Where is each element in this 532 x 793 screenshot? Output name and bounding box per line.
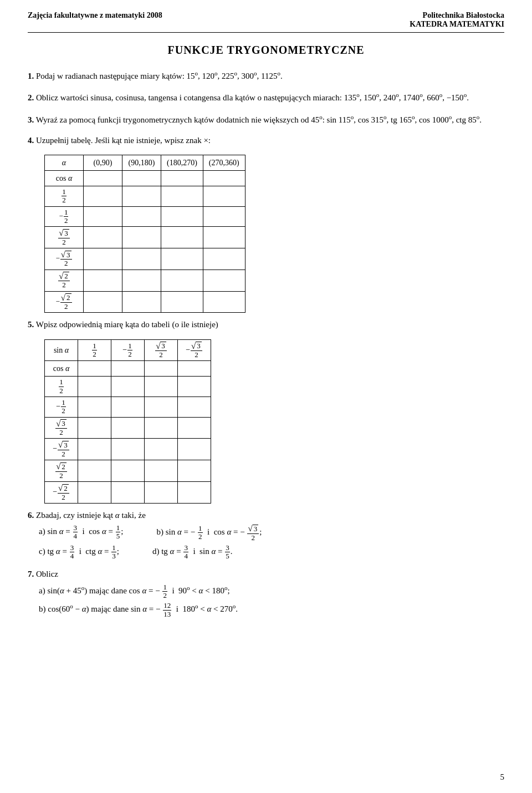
table-5-wrap: sin α 12 −12 √3 2 − (44, 339, 504, 504)
table4-row2-col1 (84, 206, 122, 227)
table4-row1-label: 12 (45, 186, 84, 207)
page-number: 5 (500, 772, 505, 782)
table4-row3-col4 (203, 227, 245, 248)
table5-row6-col4 (178, 482, 211, 504)
table4-cos-empty3 (161, 171, 203, 186)
table4-row1-col2 (122, 186, 161, 207)
table4-row3-col2 (122, 227, 161, 248)
table5-row2-col2 (111, 397, 145, 418)
problem-7a: a) sin(α + 45o) mając dane cos α = − 12 … (39, 583, 504, 600)
header-left: Zajęcia fakultatywne z matematyki 2008 (28, 11, 162, 20)
header-university: Politechnika Białostocka (410, 11, 504, 20)
table5-cos-empty4 (178, 361, 211, 377)
table5-row3-label: √3 2 (45, 417, 78, 439)
table5-header-col2: −12 (111, 339, 145, 361)
table5-row2-col3 (145, 397, 178, 418)
problem-6a: a) sin α = 34 i cos α = 15; (39, 524, 123, 542)
table4-header-col3: (180,270) (161, 155, 203, 171)
table-4: α (0,90) (90,180) (180,270) (270,360) co… (44, 155, 245, 313)
problem-6-header: 6. Zbadaj, czy istnieje kąt α taki, że (28, 509, 504, 522)
table4-row1-col4 (203, 186, 245, 207)
table-row: −12 (45, 206, 245, 227)
table4-cos-empty1 (84, 171, 122, 186)
table4-header-cos: cos α (45, 171, 84, 186)
table5-row5-label: √2 2 (45, 460, 78, 482)
table5-cos-empty3 (145, 361, 178, 377)
table4-header-col2: (90,180) (122, 155, 161, 171)
table4-row5-col2 (122, 270, 161, 291)
table4-row2-col2 (122, 206, 161, 227)
table5-row3-col3 (145, 417, 178, 439)
table5-header-col3: √3 2 (145, 339, 178, 361)
table-row: √3 2 (45, 227, 245, 248)
table-row: − √2 2 (45, 291, 245, 313)
problem-6d: d) tg α = 34 i sin α = 35. (152, 544, 233, 561)
problem-6-items: a) sin α = 34 i cos α = 15; b) sin α = −… (39, 524, 504, 542)
page: Zajęcia fakultatywne z matematyki 2008 P… (0, 0, 532, 793)
table5-cos-empty2 (111, 361, 145, 377)
table5-header-col4: − √3 2 (178, 339, 211, 361)
table4-row2-col3 (161, 206, 203, 227)
table-row: − √3 2 (45, 248, 245, 270)
problem-7-num: 7. (28, 570, 34, 578)
table5-row3-col2 (111, 417, 145, 439)
table-row: −12 (45, 397, 211, 418)
table-row: √3 2 (45, 417, 211, 439)
table5-row6-col3 (145, 482, 178, 504)
table4-header-col1: (0,90) (84, 155, 122, 171)
header-right: Politechnika Białostocka KATEDRA MATEMAT… (410, 11, 504, 29)
table5-header-col1: 12 (78, 339, 111, 361)
table5-row5-col4 (178, 460, 211, 482)
table5-row2-col4 (178, 397, 211, 418)
table4-row3-col1 (84, 227, 122, 248)
problem-2-num: 2. (28, 93, 34, 102)
table4-cos-empty4 (203, 171, 245, 186)
table4-row4-col2 (122, 248, 161, 270)
table-row: − √3 2 (45, 439, 211, 460)
table5-row3-col1 (78, 417, 111, 439)
table5-row6-col1 (78, 482, 111, 504)
table4-row1-col1 (84, 186, 122, 207)
table-row: 12 (45, 186, 245, 207)
table-row: √2 2 (45, 460, 211, 482)
problem-5: 5. Wpisz odpowiednią miarę kąta do tabel… (28, 318, 504, 331)
table4-row1-col3 (161, 186, 203, 207)
table-row: − √2 2 (45, 482, 211, 504)
table4-row6-col4 (203, 291, 245, 313)
table-4-wrap: α (0,90) (90,180) (180,270) (270,360) co… (44, 155, 504, 313)
table4-row5-col3 (161, 270, 203, 291)
problem-6: 6. Zbadaj, czy istnieje kąt α taki, że a… (28, 509, 504, 561)
problem-4: 4. Uzupełnij tabelę. Jeśli kąt nie istni… (28, 134, 504, 147)
table4-row2-col4 (203, 206, 245, 227)
table4-row4-col1 (84, 248, 122, 270)
table5-row4-label: − √3 2 (45, 439, 78, 460)
table5-header-cos: cos α (45, 361, 78, 377)
table4-row6-col3 (161, 291, 203, 313)
table4-row5-label: √2 2 (45, 270, 84, 291)
table4-row2-label: −12 (45, 206, 84, 227)
page-title: FUNKCJE TRYGONOMETRYCZNE (28, 44, 504, 57)
table4-row5-col4 (203, 270, 245, 291)
table4-row4-label: − √3 2 (45, 248, 84, 270)
problem-6c: c) tg α = 34 i ctg α = 13; (39, 544, 119, 561)
table4-header-col4: (270,360) (203, 155, 245, 171)
table5-row1-col3 (145, 377, 178, 397)
table5-row5-col2 (111, 460, 145, 482)
table-row: √2 2 (45, 270, 245, 291)
header-department: KATEDRA MATEMATYKI (410, 20, 504, 29)
table5-row4-col2 (111, 439, 145, 460)
problem-6-items2: c) tg α = 34 i ctg α = 13; d) tg α = 34 … (39, 544, 504, 561)
problem-2: 2. Oblicz wartości sinusa, cosinusa, tan… (28, 90, 504, 104)
table5-row4-col1 (78, 439, 111, 460)
table4-cos-empty2 (122, 171, 161, 186)
table-5: sin α 12 −12 √3 2 − (44, 339, 211, 504)
problem-6b: b) sin α = − 12 i cos α = − √3 2 ; (156, 524, 262, 542)
page-header: Zajęcia fakultatywne z matematyki 2008 P… (28, 11, 504, 33)
table-row: 12 (45, 377, 211, 397)
table4-row3-col3 (161, 227, 203, 248)
problem-3: 3. Wyraź za pomocą funkcji trygonometryc… (28, 113, 504, 126)
table5-row5-col3 (145, 460, 178, 482)
problem-4-num: 4. (28, 136, 34, 145)
table4-header-alpha: α (45, 155, 84, 171)
table4-row6-col2 (122, 291, 161, 313)
